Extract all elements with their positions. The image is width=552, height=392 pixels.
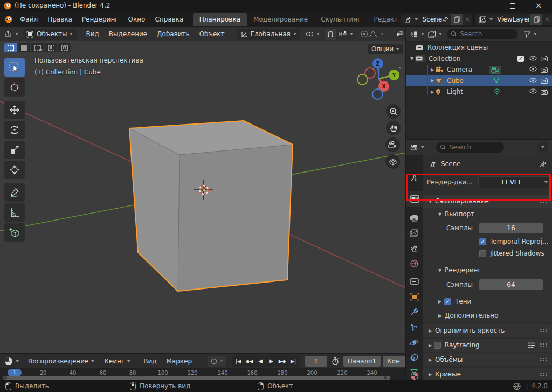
collection-render-icon[interactable] — [541, 56, 548, 61]
camera-eye-icon[interactable] — [529, 66, 537, 73]
zoom-button[interactable] — [386, 104, 401, 119]
maximize-button[interactable] — [500, 0, 525, 12]
tab-scene[interactable] — [410, 244, 419, 252]
pan-hand-button[interactable] — [386, 121, 401, 135]
prev-keyframe-button[interactable]: ◆◀ — [244, 359, 255, 364]
properties-search-input[interactable] — [448, 143, 500, 152]
cube-eye-icon[interactable] — [529, 77, 537, 85]
tab-constraints[interactable] — [410, 353, 419, 362]
menu-render[interactable]: Рендеринг — [77, 12, 123, 26]
light-render-icon[interactable] — [541, 89, 548, 95]
tab-view-layer[interactable] — [410, 229, 419, 237]
raytracing-checkbox[interactable] — [434, 342, 441, 349]
tool-add-cube[interactable] — [4, 223, 25, 242]
volumes-drag-handle[interactable] — [540, 357, 548, 362]
properties-editor-type-button[interactable] — [410, 143, 424, 151]
close-button[interactable]: × — [525, 0, 552, 12]
new-viewlayer-button[interactable] — [530, 14, 542, 25]
view-menu[interactable]: Вид — [81, 27, 104, 41]
outliner-search-input[interactable] — [459, 30, 514, 38]
properties-options-button[interactable] — [538, 142, 548, 153]
pin-icon[interactable] — [442, 16, 448, 23]
viewlayer-browse-icon[interactable] — [479, 16, 487, 23]
breadcrumb-label[interactable]: Scene — [441, 160, 540, 168]
frame-end-field[interactable]: Кон — [383, 356, 405, 367]
unlink-scene-button[interactable]: × — [463, 16, 472, 23]
tool-annotate[interactable] — [4, 183, 25, 202]
tab-particles[interactable] — [410, 323, 419, 331]
jump-to-start-button[interactable]: |◀ — [233, 359, 244, 364]
light-data-icon[interactable] — [494, 88, 500, 95]
gizmo-axis-y[interactable]: Y — [389, 70, 399, 80]
select-box-variant-subtract[interactable] — [31, 43, 44, 52]
orthographic-toggle-button[interactable] — [385, 154, 400, 169]
menu-file[interactable]: Файл — [15, 12, 43, 26]
timeline-view-menu[interactable]: Вид — [139, 354, 161, 368]
workspace-tab-editing[interactable]: Редактирован — [368, 13, 399, 26]
tool-rotate[interactable] — [4, 121, 25, 139]
viewlayer-name[interactable]: ViewLayer — [497, 16, 530, 23]
select-box-variant-invert[interactable] — [45, 43, 57, 52]
collection-eye-icon[interactable] — [529, 55, 537, 63]
temporal-reprojection-row[interactable]: ✓ Temporal Reproj... — [423, 236, 552, 247]
gizmo-axis-neg-z[interactable] — [372, 88, 383, 100]
workspace-tab-sculpting[interactable]: Скульптинг — [314, 13, 367, 26]
menu-edit[interactable]: Правка — [43, 12, 77, 26]
curves-drag-handle[interactable] — [540, 372, 548, 376]
outliner-search[interactable] — [447, 29, 518, 39]
collection-expand-icon[interactable]: ▼ — [409, 56, 415, 61]
volumes-panel-header[interactable]: ▶ Объёмы — [423, 353, 552, 366]
tool-transform[interactable] — [4, 161, 25, 179]
tab-output[interactable] — [410, 214, 419, 222]
jittered-shadows-row[interactable]: Jittered Shadows — [423, 247, 552, 259]
camera-view-button[interactable] — [385, 137, 400, 152]
clamp-panel-header[interactable]: ▶ Ограничить яркость — [423, 324, 552, 337]
proportional-editing-button[interactable] — [361, 30, 384, 38]
outliner-row-scene-collection[interactable]: Коллекция сцены — [406, 42, 552, 53]
tool-move[interactable] — [4, 101, 25, 119]
object-menu[interactable]: Объект — [195, 27, 230, 41]
cube-render-icon[interactable] — [541, 78, 548, 84]
camera-expand-icon[interactable]: ▶ — [430, 67, 435, 72]
tab-world[interactable] — [410, 259, 419, 268]
auto-keying-button[interactable] — [208, 356, 226, 367]
editor-type-button[interactable] — [4, 30, 18, 38]
outliner-filter-button[interactable] — [523, 31, 537, 38]
jittered-checkbox[interactable] — [479, 250, 486, 257]
camera-render-icon[interactable] — [541, 67, 548, 73]
curves-panel-header[interactable]: ▶ Кривые — [423, 368, 552, 380]
outliner-row-collection[interactable]: ▼ Collection ✓ — [406, 53, 552, 64]
blender-menu-icon[interactable] — [4, 16, 13, 23]
menu-window[interactable]: Окно — [123, 12, 150, 26]
jump-to-end-button[interactable]: ▶| — [288, 359, 299, 364]
cube-data-icon[interactable] — [493, 78, 500, 84]
raytracing-drag-handle[interactable] — [540, 343, 548, 347]
tab-physics[interactable] — [410, 338, 419, 347]
collection-checkbox[interactable]: ✓ — [518, 56, 524, 62]
light-eye-icon[interactable] — [529, 88, 537, 95]
snap-toggle-button[interactable] — [325, 29, 336, 40]
outliner-filter-image-button[interactable] — [428, 31, 442, 38]
add-menu[interactable]: Добавить — [152, 27, 194, 41]
camera-data-icon[interactable] — [489, 66, 501, 74]
select-box-variant-new[interactable] — [4, 43, 17, 52]
sidebar-collapse-arrow[interactable]: ‹ — [399, 64, 401, 71]
raytracing-presets-icon[interactable] — [528, 342, 535, 348]
minimize-button[interactable] — [475, 0, 500, 12]
shadows-subpanel-header[interactable]: ▶ ✓ Тени — [423, 294, 552, 308]
tool-measure[interactable] — [4, 203, 25, 222]
scene-selector[interactable]: Scene × — [401, 14, 472, 25]
pivot-point-button[interactable] — [306, 30, 320, 38]
tool-scale[interactable] — [4, 141, 25, 159]
gizmo-axis-neg-x[interactable] — [357, 74, 368, 85]
tool-cursor[interactable] — [4, 78, 25, 97]
tool-select-box[interactable] — [4, 58, 25, 77]
render-samples-field[interactable]: 64 — [479, 279, 543, 290]
tab-modifiers[interactable] — [410, 308, 419, 317]
playhead-marker[interactable]: 1 — [8, 369, 22, 376]
scrollbar-left-knob[interactable] — [4, 376, 7, 379]
advanced-subpanel-header[interactable]: ▶ Дополнительно — [423, 308, 552, 322]
cube-expand-icon[interactable]: ▶ — [430, 78, 435, 83]
marker-menu[interactable]: Маркер — [162, 354, 197, 368]
frame-start-field[interactable]: Начало 1 — [343, 356, 381, 367]
